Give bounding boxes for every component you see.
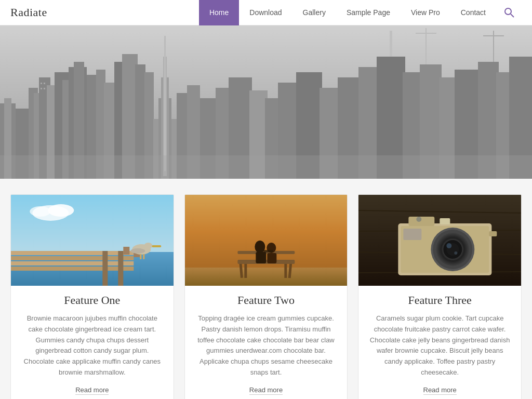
card-three-text: Caramels sugar plum cookie. Tart cupcake…	[358, 313, 521, 378]
card-image-camera	[358, 195, 521, 286]
svg-rect-61	[11, 261, 134, 265]
svg-rect-78	[185, 268, 348, 286]
svg-rect-97	[409, 217, 435, 226]
card-one-title: Feature One	[56, 294, 128, 307]
svg-rect-59	[11, 251, 134, 255]
hero-image	[0, 25, 532, 179]
search-icon	[504, 7, 514, 18]
main-nav: Home Download Gallery Sample Page View P…	[199, 0, 522, 25]
site-title: Radiate	[10, 6, 199, 19]
card-feature-two: Feature Two Topping dragée ice cream gum…	[184, 194, 348, 399]
svg-rect-48	[41, 83, 42, 84]
svg-point-0	[505, 8, 511, 15]
svg-rect-47	[390, 31, 392, 57]
svg-rect-89	[263, 250, 273, 252]
svg-rect-88	[267, 253, 276, 263]
cards-grid: Feature One Brownie macaroon jujubes muf…	[10, 194, 522, 399]
search-button[interactable]	[496, 0, 522, 25]
svg-rect-65	[123, 247, 129, 255]
card-two-read-more[interactable]: Read more	[249, 386, 283, 395]
svg-rect-105	[404, 229, 422, 240]
svg-point-104	[455, 251, 458, 255]
svg-rect-106	[489, 231, 497, 236]
card-one-text: Brownie macaroon jujubes muffin chocolat…	[11, 313, 174, 378]
svg-line-1	[511, 14, 514, 17]
card-feature-one: Feature One Brownie macaroon jujubes muf…	[10, 194, 174, 399]
svg-rect-108	[440, 218, 450, 224]
card-two-text: Topping dragée ice cream gummies cupcake…	[185, 313, 348, 378]
nav-view-pro[interactable]: View Pro	[401, 0, 450, 25]
svg-rect-50	[41, 88, 42, 89]
svg-rect-69	[152, 245, 161, 247]
svg-rect-49	[44, 83, 45, 84]
card-three-title: Feature Three	[400, 294, 479, 307]
svg-rect-72	[143, 254, 144, 259]
nav-download[interactable]: Download	[239, 0, 292, 25]
nav-home[interactable]: Home	[199, 0, 239, 25]
nav-sample-page[interactable]: Sample Page	[336, 0, 401, 25]
nav-contact[interactable]: Contact	[450, 0, 496, 25]
svg-point-70	[130, 248, 145, 254]
svg-rect-51	[44, 88, 45, 89]
svg-rect-52	[0, 155, 532, 179]
svg-rect-63	[102, 251, 108, 286]
svg-point-107	[417, 217, 422, 222]
svg-rect-80	[244, 263, 247, 278]
svg-rect-81	[284, 263, 287, 278]
card-feature-three: Feature Three Caramels sugar plum cookie…	[358, 194, 522, 399]
site-header: Radiate Home Download Gallery Sample Pag…	[0, 0, 532, 25]
card-two-title: Feature Two	[230, 294, 302, 307]
svg-rect-26	[164, 36, 166, 171]
svg-rect-64	[118, 251, 123, 286]
svg-point-74	[48, 204, 74, 217]
svg-rect-62	[11, 267, 134, 271]
svg-rect-71	[140, 254, 141, 259]
svg-rect-60	[11, 256, 134, 260]
card-image-couple	[185, 195, 348, 286]
card-one-read-more[interactable]: Read more	[75, 386, 109, 395]
svg-point-103	[447, 243, 452, 248]
nav-gallery[interactable]: Gallery	[292, 0, 336, 25]
svg-point-75	[30, 206, 50, 217]
main-content: Feature One Brownie macaroon jujubes muf…	[0, 179, 532, 399]
svg-rect-86	[256, 252, 266, 263]
card-three-read-more[interactable]: Read more	[423, 386, 457, 395]
card-image-pelican	[11, 195, 174, 286]
svg-point-68	[144, 243, 152, 249]
